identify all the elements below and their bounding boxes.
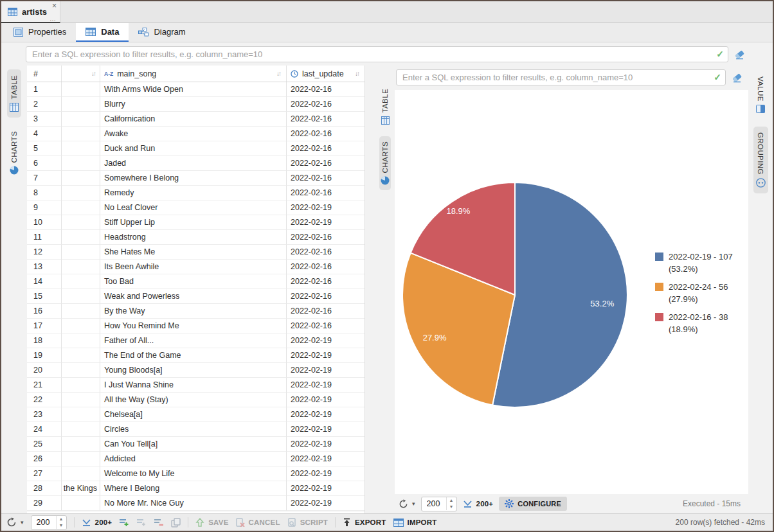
table-row[interactable]: 8 Remedy 2022-02-16	[27, 186, 364, 200]
row-number-cell[interactable]: 29	[27, 496, 62, 511]
table-row[interactable]: 3 Californication 2022-02-16	[27, 112, 364, 127]
header-main-song[interactable]: A-Zmain_song ↓↑	[100, 66, 287, 82]
sidebar-tab-table[interactable]: TABLE	[7, 69, 21, 118]
row-number-cell[interactable]: 19	[27, 348, 62, 363]
song-cell[interactable]: Addicted	[100, 452, 287, 466]
song-cell[interactable]: Chelsea[a]	[100, 407, 287, 422]
sort-icon[interactable]: ↓↑	[355, 70, 361, 77]
cancel-button[interactable]: CANCEL	[236, 518, 280, 527]
page-size-input[interactable]	[422, 499, 446, 508]
artist-cell[interactable]	[62, 112, 100, 127]
date-cell[interactable]: 2022-02-19	[287, 200, 364, 215]
row-number-cell[interactable]: 4	[27, 127, 62, 141]
header-artist[interactable]: ↓↑	[62, 66, 100, 82]
row-number-cell[interactable]: 24	[27, 422, 62, 437]
artist-cell[interactable]	[62, 141, 100, 156]
song-cell[interactable]: The End of the Game	[100, 348, 287, 363]
date-cell[interactable]: 2022-02-16	[287, 274, 364, 289]
song-cell[interactable]: I Just Wanna Shine	[100, 378, 287, 393]
side-tab-grouping[interactable]: GROUPING	[753, 127, 768, 193]
song-cell[interactable]: Blurry	[100, 97, 287, 112]
row-number-cell[interactable]: 6	[27, 156, 62, 171]
date-cell[interactable]: 2022-02-16	[287, 127, 364, 141]
artist-cell[interactable]	[62, 333, 100, 348]
artist-cell[interactable]	[62, 393, 100, 407]
artist-cell[interactable]	[62, 422, 100, 437]
table-row[interactable]: 21 I Just Wanna Shine 2022-02-19	[27, 378, 364, 393]
artist-cell[interactable]	[62, 466, 100, 481]
song-cell[interactable]: Father of All...	[100, 333, 287, 348]
date-cell[interactable]: 2022-02-19	[287, 348, 364, 363]
date-cell[interactable]: 2022-02-19	[287, 393, 364, 407]
table-row[interactable]: 4 Awake 2022-02-16	[27, 127, 364, 141]
spin-down[interactable]: ▼	[57, 522, 66, 529]
date-cell[interactable]: 2022-02-16	[287, 186, 364, 200]
artist-cell[interactable]	[62, 200, 100, 215]
date-cell[interactable]: 2022-02-19	[287, 378, 364, 393]
song-cell[interactable]: How You Remind Me	[100, 319, 287, 333]
row-number-cell[interactable]: 22	[27, 393, 62, 407]
table-row[interactable]: 24 Circles 2022-02-19	[27, 422, 364, 437]
row-number-cell[interactable]: 13	[27, 260, 62, 274]
row-number-cell[interactable]: 16	[27, 304, 62, 319]
delete-row-button[interactable]	[154, 518, 164, 527]
artist-cell[interactable]	[62, 127, 100, 141]
artist-cell[interactable]	[62, 363, 100, 378]
row-number-cell[interactable]: 9	[27, 200, 62, 215]
table-row[interactable]: 17 How You Remind Me 2022-02-16	[27, 319, 364, 333]
close-icon[interactable]: ×	[52, 2, 57, 10]
artist-cell[interactable]	[62, 171, 100, 186]
page-size-spinner[interactable]: ▲▼	[31, 515, 67, 530]
tab-overflow-dots[interactable]: …	[50, 17, 56, 22]
table-row[interactable]: 22 All the Way (Stay) 2022-02-19	[27, 393, 364, 407]
side-tab-value[interactable]: VALUE	[753, 71, 768, 119]
song-cell[interactable]: All the Way (Stay)	[100, 393, 287, 407]
date-cell[interactable]: 2022-02-19	[287, 333, 364, 348]
artist-cell[interactable]	[62, 496, 100, 511]
song-cell[interactable]: With Arms Wide Open	[100, 82, 287, 97]
header-last-update[interactable]: last_update ↓↑	[287, 66, 364, 82]
row-number-cell[interactable]: 26	[27, 452, 62, 466]
fetch-all-button[interactable]: 200+	[82, 519, 113, 527]
table-row[interactable]: 12 She Hates Me 2022-02-16	[27, 245, 364, 260]
row-number-cell[interactable]: 15	[27, 289, 62, 304]
song-cell[interactable]: No More Mr. Nice Guy	[100, 496, 287, 511]
row-number-cell[interactable]: 11	[27, 230, 62, 245]
artist-cell[interactable]	[62, 289, 100, 304]
sidebar-tab-charts[interactable]: CHARTS	[7, 125, 21, 181]
eraser-icon[interactable]	[731, 71, 743, 84]
song-cell[interactable]: Somewhere I Belong	[100, 171, 287, 186]
table-row[interactable]: 20 Young Bloods[a] 2022-02-19	[27, 363, 364, 378]
date-cell[interactable]: 2022-02-16	[287, 171, 364, 186]
duplicate-row-button[interactable]	[136, 518, 147, 527]
table-row[interactable]: 26 Addicted 2022-02-19	[27, 452, 364, 466]
artist-cell[interactable]: We the Kings	[62, 481, 100, 496]
save-button[interactable]: SAVE	[195, 518, 228, 527]
date-cell[interactable]: 2022-02-19	[287, 452, 364, 466]
artist-cell[interactable]	[62, 82, 100, 97]
refresh-button[interactable]: ▾	[399, 499, 415, 509]
date-cell[interactable]: 2022-02-16	[287, 304, 364, 319]
artist-cell[interactable]	[62, 230, 100, 245]
sort-icon[interactable]: ↓↑	[276, 70, 282, 77]
date-cell[interactable]: 2022-02-19	[287, 363, 364, 378]
artist-cell[interactable]	[62, 348, 100, 363]
row-number-cell[interactable]: 2	[27, 97, 62, 112]
row-number-cell[interactable]: 12	[27, 245, 62, 260]
table-row[interactable]: 2 Blurry 2022-02-16	[27, 97, 364, 112]
configure-button[interactable]: CONFIGURE	[499, 497, 567, 511]
date-cell[interactable]: 2022-02-16	[287, 289, 364, 304]
date-cell[interactable]: 2022-02-16	[287, 82, 364, 97]
song-cell[interactable]: Can You Tell[a]	[100, 437, 287, 452]
song-cell[interactable]: Weak and Powerless	[100, 289, 287, 304]
eraser-icon[interactable]	[734, 48, 746, 60]
artist-cell[interactable]	[62, 215, 100, 230]
date-cell[interactable]: 2022-02-16	[287, 230, 364, 245]
artist-cell[interactable]	[62, 97, 100, 112]
row-number-cell[interactable]: 23	[27, 407, 62, 422]
song-cell[interactable]: Young Bloods[a]	[100, 363, 287, 378]
date-cell[interactable]: 2022-02-19	[287, 422, 364, 437]
song-cell[interactable]: Where I Belong	[100, 481, 287, 496]
date-cell[interactable]: 2022-02-16	[287, 260, 364, 274]
artist-cell[interactable]	[62, 452, 100, 466]
